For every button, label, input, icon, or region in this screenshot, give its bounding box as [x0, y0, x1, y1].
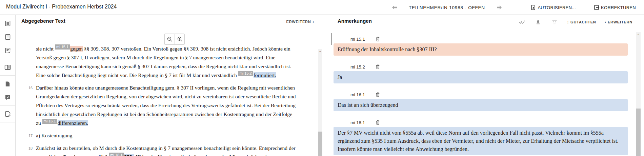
sidebar-item-book-open[interactable]	[0, 60, 15, 74]
document-pencil-icon	[4, 111, 11, 117]
paragraph-lines: Zunächst ist zu beurteilen, ob M durch d…	[36, 144, 296, 156]
participant-label: TEILNEHMER/IN 10988 - OFFEN	[409, 5, 485, 10]
panel-divider-handle[interactable]	[331, 33, 332, 45]
filter-button[interactable]	[551, 18, 558, 26]
text-segment: in § 7 unangemessen benachteiligt sein k…	[157, 145, 296, 151]
right-panel-collapse-button[interactable]: ‹ ERWEITERN	[605, 20, 632, 24]
line-number	[16, 44, 36, 80]
authorize-button[interactable]: AUTORISIEREN...	[530, 4, 576, 11]
approve-all-button[interactable]	[518, 18, 526, 26]
annotation-box[interactable]: Der §7 MV weicht nicht vom §555a ab, wei…	[334, 127, 628, 155]
sidebar-item-document-pencil[interactable]	[0, 107, 15, 121]
paragraph: 16Darüber hinaus könnte eine unangemesse…	[16, 83, 314, 128]
book-open-icon	[4, 64, 11, 71]
document-line: zu mi 16.1differenzieren.	[36, 119, 296, 128]
zoom-in-button[interactable]	[175, 34, 185, 45]
highlighted-text[interactable]: differenzieren.	[58, 120, 88, 126]
sidebar-group-texts	[0, 15, 15, 59]
next-participant-button[interactable]	[495, 3, 503, 12]
text-segment: hinsichtlich der gesetzlichen Regelungen…	[36, 111, 292, 117]
text-segment: zu	[36, 120, 42, 126]
annotation-delete-button[interactable]	[376, 37, 380, 41]
double-check-icon	[519, 20, 525, 24]
box-arrow-icon	[593, 4, 600, 11]
line-number: 18	[16, 144, 36, 156]
left-scrollbar-thumb[interactable]	[318, 132, 322, 156]
document-line: Eine solche Benachteiligung liegt nicht …	[36, 71, 291, 80]
highlighted-text[interactable]: gegen	[70, 46, 83, 52]
text-segment: Pflichten des Vertrages so eingeschränkt…	[36, 102, 296, 108]
zoom-out-button[interactable]	[164, 34, 175, 45]
paragraph-lines: a) Kostentragung	[36, 131, 72, 140]
annotation-header: mi 15.2	[334, 62, 628, 71]
paragraph: 18Zunächst ist zu beurteilen, ob M durch…	[16, 144, 314, 156]
sidebar-item-document-check[interactable]	[0, 44, 15, 57]
annotation-entry: mi 18.1Der §7 MV weicht nicht vom §555a …	[334, 118, 628, 155]
arrow-left-icon	[391, 4, 398, 11]
left-panel-scrollbar[interactable]: ⌃	[318, 49, 322, 156]
top-bar: Modul Zivilrecht I - Probeexamen Herbst …	[0, 0, 644, 15]
annotation-box[interactable]: Ja	[334, 71, 628, 83]
right-scrollbar-thumb[interactable]	[636, 109, 641, 156]
annotation-header: mi 18.1	[334, 118, 628, 127]
annotation-marker-tag[interactable]: mi 15.2	[238, 71, 253, 76]
text-segment: unangemesse Benachteiligung kann sich ge…	[36, 63, 291, 69]
text-segment: Grundgedanken der gesetzlichen Regelung,…	[36, 94, 296, 99]
annotation-box[interactable]: Eröffnung der Inhaltskontrolle nach §307…	[334, 43, 628, 56]
document-line: sie nicht mi 15.1gegen §§ 309, 308, 307 …	[36, 44, 291, 53]
sidebar-item-comment-pencil[interactable]	[0, 91, 15, 104]
text-segment: durch die Kostentragung	[105, 145, 157, 151]
annotation-entry: mi 15.2Ja	[334, 62, 628, 83]
paragraph: 17a) Kostentragung	[16, 131, 314, 140]
sidebar-item-text-document[interactable]	[0, 17, 15, 30]
annotation-marker-tag[interactable]: mi 16.1	[42, 119, 57, 124]
annotations-panel: Anmerkungen ↕ GUTACHTEN ‹ ERWEITERN	[333, 15, 644, 156]
person-icon	[535, 19, 541, 25]
scroll-up-icon[interactable]: ⌃	[318, 49, 322, 55]
authorize-label: AUTORISIEREN...	[538, 5, 576, 10]
document-line: unangemesse Benachteiligung kann sich ge…	[36, 62, 291, 71]
scroll-up-icon[interactable]: ⌃	[636, 32, 641, 38]
annotation-id: mi 15.1	[350, 37, 376, 42]
paragraph-lines: sie nicht mi 15.1gegen §§ 309, 308, 307 …	[36, 44, 291, 80]
annotation-delete-button[interactable]	[376, 92, 380, 97]
line-number: 17	[16, 131, 36, 140]
filter-icon	[552, 19, 557, 25]
annotation-id: mi 15.2	[350, 64, 376, 70]
left-panel-expand-button[interactable]: ERWEITERN ›	[286, 20, 314, 24]
annotation-marker-tag[interactable]: mi 18.1	[109, 153, 124, 156]
annotation-marker-tag[interactable]: mi 15.1	[55, 44, 70, 50]
gutachten-button[interactable]: ↕ GUTACHTEN	[567, 20, 596, 24]
sidebar-group-reading	[0, 59, 15, 76]
page-filled-icon	[4, 81, 11, 87]
annotation-box[interactable]: Das ist an sich überzeugend	[334, 99, 628, 111]
participant-navigation: TEILNEHMER/IN 10988 - OFFEN	[390, 0, 503, 15]
sidebar-item-page-filled[interactable]	[0, 77, 15, 91]
paragraph-lines: Darüber hinaus könnte eine unangemessene…	[36, 83, 296, 128]
sidebar-item-text-document-alt[interactable]	[0, 30, 15, 44]
paragraph: sie nicht mi 15.1gegen §§ 309, 308, 307 …	[16, 44, 314, 80]
text-segment: Zunächst ist zu beurteilen, ob M	[36, 145, 105, 151]
trash-icon	[376, 92, 380, 97]
document-line: Verstoß gegen § 307 I, II vorliegen, sof…	[36, 53, 291, 62]
corrections-button[interactable]: KORREKTUREN	[593, 4, 636, 11]
highlighted-text[interactable]: 555a	[124, 154, 134, 156]
text-segment: sie nicht	[36, 46, 55, 52]
zoom-out-icon	[167, 36, 173, 42]
highlighted-text[interactable]: formuliert.	[254, 72, 276, 78]
previous-participant-button[interactable]	[390, 3, 399, 12]
trash-icon	[376, 37, 380, 41]
text-document-icon	[4, 20, 11, 27]
annotation-header: mi 16.1	[334, 90, 628, 99]
annotation-header: mi 15.1	[334, 35, 628, 43]
right-panel-expand-label: ERWEITERN	[608, 20, 632, 24]
annotation-delete-button[interactable]	[376, 120, 380, 125]
document-line: Darüber hinaus könnte eine unangemessene…	[36, 83, 296, 92]
app-title: Modul Zivilrecht I - Probeexamen Herbst …	[6, 4, 117, 10]
annotation-delete-button[interactable]	[376, 64, 380, 69]
right-panel-scrollbar[interactable]: ⌃	[636, 32, 641, 156]
annotation-entry: mi 15.1Eröffnung der Inhaltskontrolle na…	[334, 35, 628, 56]
text-segment: a) Kostentragung	[36, 133, 72, 138]
text-segment: Verstoß gegen § 307 I, II vorliegen, sof…	[36, 55, 275, 60]
reviewer-button[interactable]	[535, 18, 542, 26]
